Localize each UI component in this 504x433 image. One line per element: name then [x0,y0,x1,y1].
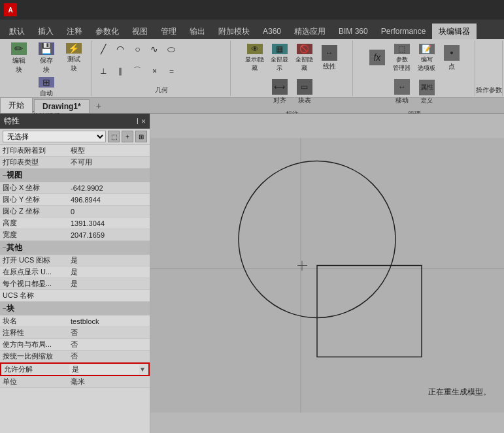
ribbon-tab-BIM-360[interactable]: BIM 360 [332,24,375,39]
ribbon-group-geometry: ╱ ◠ ○ ∿ ⬭ ⊥ ∥ ⌒ × = 几何 [93,40,230,96]
linear-btn[interactable]: ↔ 线性 [318,42,341,74]
app-logo: A [4,3,17,16]
geom-tangent-btn[interactable]: ⌒ [129,64,145,78]
ribbon-tab-Performance[interactable]: Performance [375,24,433,39]
panel-header: 特性 I × [0,114,150,129]
prop-cx-value: -642.9902 [68,184,147,192]
doc-tab-add-btn[interactable]: + [91,99,107,113]
ribbon-tab-附加模块[interactable]: 附加模块 [212,24,256,39]
edit-block-btn[interactable]: ✏ 编辑块 [6,42,32,74]
panel-pin-btn[interactable]: I [137,117,139,126]
geom-circle-btn[interactable]: ○ [129,42,145,56]
hide-all-btn[interactable]: 🚫 全部隐藏 [293,42,316,74]
test-block-btn[interactable]: ⚡ 测试块 [61,42,87,74]
geom-equal-btn[interactable]: = [163,64,179,78]
ribbon-group-open-save: ✏ 编辑块 💾 保存块 ⚡ 测试块 ⊞ 自动约束 开打/保存 [1,40,92,96]
write-panel-label: 编写选项板 [418,56,435,72]
prop-print-type-value: 不可用 [68,157,147,167]
geom-spline-btn[interactable]: ∿ [146,42,162,56]
write-panel-btn[interactable]: 📝 编写选项板 [415,42,439,74]
geom-coincident-btn[interactable]: × [146,64,162,78]
prop-explode-dropdown-icon[interactable]: ▼ [139,366,146,373]
block-table-btn[interactable]: ▭ 块表 [293,76,316,108]
params-manager-btn[interactable]: ⬚ 参数管理器 [390,42,414,74]
prop-unit-name: 单位 [3,377,68,387]
panel-content: 无选择 ⬚ + ⊞ 打印表附着到 模型 打印表类型 不可用 − 视图 圆心 X [0,129,150,433]
formula-icon: fx [369,50,385,65]
ribbon-tab-插入[interactable]: 插入 [31,24,60,39]
write-panel-icon: 📝 [419,44,435,54]
prop-unit-row: 单位 毫米 [0,376,150,388]
save-block-label: 保存块 [40,56,53,74]
prop-direction-row: 使方向与布局... 否 [0,339,150,351]
prop-height-name: 高度 [3,218,68,228]
prop-cx-row: 圆心 X 坐标 -642.9902 [0,182,150,194]
geom-arc-btn[interactable]: ◠ [112,42,128,56]
show-all-btn[interactable]: ▦ 全部显示 [268,42,292,74]
prop-annotation-value: 否 [68,328,147,338]
prop-uniform-scale-name: 按统一比例缩放 [3,351,68,361]
move-btn[interactable]: ↔ 移动 [390,76,414,108]
prop-select-all-btn[interactable]: + [122,131,133,142]
doc-tab-start-label: 开始 [8,101,24,110]
geom-ellipse-btn[interactable]: ⬭ [163,42,179,56]
prop-explode-row[interactable]: 允许分解 是 ▼ [0,362,150,376]
ribbon-tab-参数化[interactable]: 参数化 [89,24,126,39]
prop-annotation-name: 注释性 [3,328,68,338]
ribbon-tab-输出[interactable]: 输出 [183,24,212,39]
ribbon-tab-视图[interactable]: 视图 [126,24,154,39]
ribbon-tab-A360[interactable]: A360 [256,24,288,39]
prop-ucs-icon-value: 是 [68,255,147,265]
title-bar: A [0,0,504,20]
test-block-label: 测试块 [67,55,80,73]
prop-section-view[interactable]: − 视图 [0,168,150,182]
edit-block-icon: ✏ [11,42,27,55]
align-btn[interactable]: ⟷ 对齐 [268,76,292,108]
doc-tab-start[interactable]: 开始 [0,97,33,113]
panel-close-btn[interactable]: × [141,117,146,126]
show-hide-btn[interactable]: 👁 显示/隐藏 [243,42,267,74]
prop-uniform-scale-row: 按统一比例缩放 否 [0,351,150,362]
prop-select-dropdown[interactable]: 无选择 [3,131,106,142]
save-block-btn[interactable]: 💾 保存块 [33,42,59,74]
prop-cz-name: 圆心 Z 坐标 [3,206,68,216]
prop-quick-select-btn[interactable]: ⬚ [108,131,120,142]
title-bar-left: A [0,3,24,16]
prop-section-block[interactable]: − 块 [0,302,150,315]
prop-explode-name: 允许分解 [4,364,69,374]
ribbon-tabs: 默认插入注释参数化视图管理输出附加模块A360精选应用BIM 360Perfor… [0,20,504,39]
prop-section-block-label: 块 [7,303,147,314]
params-manager-label: 参数管理器 [393,56,411,72]
auto-constrain-icon: ⊞ [39,77,54,88]
attr-def-label: 定义 [421,97,433,105]
formula-btn[interactable]: fx [365,42,389,74]
hide-all-label: 全部隐藏 [295,56,314,72]
prop-viewport-ucs-value: 是 [68,279,147,289]
attr-def-btn[interactable]: 属性 定义 [415,76,439,108]
show-hide-icon: 👁 [247,44,263,54]
doc-tab-drawing[interactable]: Drawing1* [34,99,90,113]
ribbon-tab-默认[interactable]: 默认 [3,24,31,39]
prop-blockname-row: 块名 testblock [0,315,150,327]
point-btn[interactable]: • 点 [440,42,463,74]
properties-panel: 特性 I × 无选择 ⬚ + ⊞ 打印表附着到 模型 打印表类型 [0,114,150,433]
prop-section-other[interactable]: − 其他 [0,241,150,255]
save-block-icon: 💾 [39,42,54,55]
prop-ucs-name-row: UCS 名称 [0,290,150,302]
prop-filter-btn[interactable]: ⊞ [135,131,147,142]
geom-constraint-btn[interactable]: ⊥ [95,64,111,78]
prop-viewport-ucs-row: 每个视口都显... 是 [0,278,150,290]
block-table-icon: ▭ [297,79,312,95]
ribbon-tab-注释[interactable]: 注释 [60,24,89,39]
geom-line-btn[interactable]: ╱ [95,42,111,56]
prop-section-other-label: 其他 [7,242,147,253]
ribbon-tab-块编辑器[interactable]: 块编辑器 [432,24,477,39]
ribbon-tab-精选应用[interactable]: 精选应用 [288,24,332,39]
ribbon-tab-管理[interactable]: 管理 [154,24,183,39]
canvas-area[interactable]: 正在重生成模型。 [150,114,504,433]
prop-width-row: 宽度 2047.1659 [0,229,150,241]
attr-def-icon: 属性 [419,80,435,95]
move-label: 移动 [395,96,409,105]
geom-parallel-btn[interactable]: ∥ [112,64,128,78]
prop-blockname-name: 块名 [3,316,68,326]
